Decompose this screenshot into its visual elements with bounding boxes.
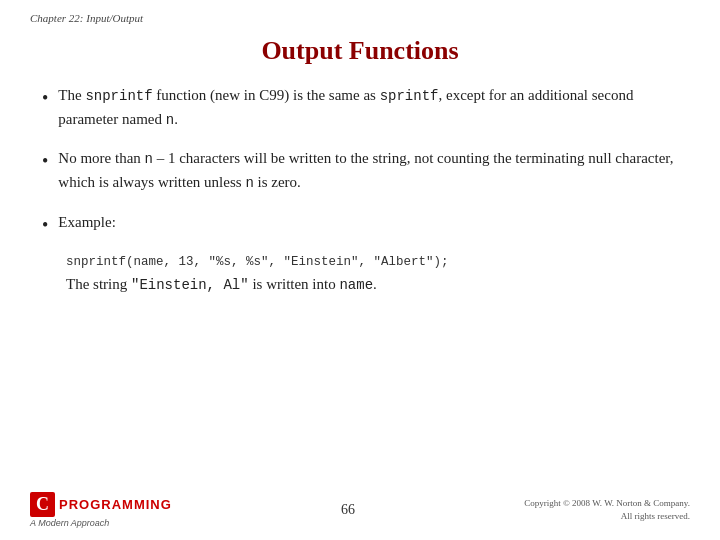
- code-n3: n: [245, 175, 253, 191]
- bullet-icon-1: •: [42, 85, 48, 112]
- bullet-icon-2: •: [42, 148, 48, 175]
- chapter-title: Chapter 22: Input/Output: [30, 12, 143, 24]
- code-name-var: name: [339, 277, 373, 293]
- example-code-line: snprintf(name, 13, "%s, %s", "Einstein",…: [66, 255, 678, 269]
- bullet-text-2: No more than n – 1 characters will be wr…: [58, 147, 678, 194]
- slide-title: Output Functions: [0, 36, 720, 66]
- footer-copyright: Copyright © 2008 W. W. Norton & Company.…: [524, 497, 690, 522]
- copyright-line1: Copyright © 2008 W. W. Norton & Company.: [524, 498, 690, 508]
- page-number: 66: [341, 502, 355, 518]
- bullet-item-1: • The snprintf function (new in C99) is …: [42, 84, 678, 131]
- logo-c-letter: C: [30, 492, 55, 517]
- footer-logo: C PROGRAMMING A Modern Approach: [30, 492, 172, 528]
- bullet-item-3: • Example:: [42, 211, 678, 239]
- bullet-text-3: Example:: [58, 211, 115, 234]
- logo-programming-text: PROGRAMMING: [59, 497, 172, 512]
- bullet-item-2: • No more than n – 1 characters will be …: [42, 147, 678, 194]
- code-snprintf: snprintf: [85, 88, 152, 104]
- code-n2: n: [145, 151, 153, 167]
- logo-top: C PROGRAMMING: [30, 492, 172, 517]
- footer: C PROGRAMMING A Modern Approach 66 Copyr…: [0, 492, 720, 528]
- slide-content: • The snprintf function (new in C99) is …: [0, 84, 720, 296]
- code-n1: n: [166, 112, 174, 128]
- code-result-string: "Einstein, Al": [131, 277, 249, 293]
- logo-subtitle: A Modern Approach: [30, 518, 109, 528]
- example-section: snprintf(name, 13, "%s, %s", "Einstein",…: [66, 255, 678, 297]
- copyright-line2: All rights reserved.: [621, 511, 690, 521]
- bullet-icon-3: •: [42, 212, 48, 239]
- bullet-text-1: The snprintf function (new in C99) is th…: [58, 84, 678, 131]
- code-sprintf: sprintf: [380, 88, 439, 104]
- example-result-text: The string "Einstein, Al" is written int…: [66, 273, 678, 297]
